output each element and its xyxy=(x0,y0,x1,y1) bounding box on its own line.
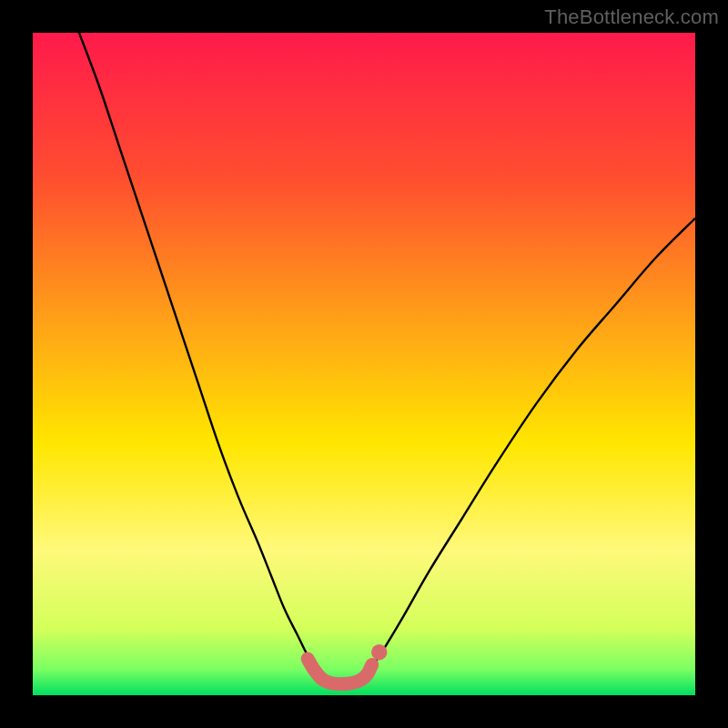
plot-area xyxy=(33,33,695,695)
watermark-text: TheBottleneck.com xyxy=(544,5,719,29)
dot-right xyxy=(371,644,387,660)
marker-layer xyxy=(371,644,387,660)
chart-frame: TheBottleneck.com xyxy=(0,0,728,728)
chart-svg xyxy=(33,33,695,695)
gradient-background xyxy=(33,33,695,695)
